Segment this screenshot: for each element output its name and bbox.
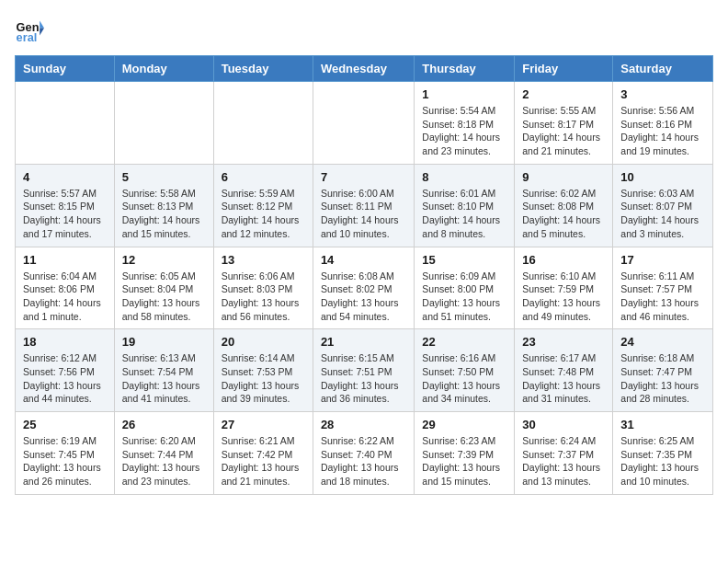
day-header-wednesday: Wednesday: [313, 56, 414, 82]
calendar-cell: [213, 82, 313, 165]
day-info: Sunrise: 5:54 AMSunset: 8:18 PMDaylight:…: [422, 104, 506, 158]
day-number: 25: [23, 418, 107, 431]
page-header: Gen eral: [15, 15, 713, 44]
day-number: 9: [522, 170, 605, 184]
calendar-cell: 15Sunrise: 6:09 AMSunset: 8:00 PMDayligh…: [415, 247, 515, 329]
calendar-cell: 11Sunrise: 6:04 AMSunset: 8:06 PMDayligh…: [16, 247, 115, 329]
calendar-cell: 14Sunrise: 6:08 AMSunset: 8:02 PMDayligh…: [313, 247, 414, 329]
day-number: 22: [422, 335, 506, 349]
calendar-cell: 20Sunrise: 6:14 AMSunset: 7:53 PMDayligh…: [213, 329, 313, 412]
day-number: 23: [522, 335, 605, 349]
day-info: Sunrise: 6:16 AMSunset: 7:50 PMDaylight:…: [422, 351, 506, 406]
day-info: Sunrise: 5:57 AMSunset: 8:15 PMDaylight:…: [23, 187, 107, 241]
day-info: Sunrise: 6:05 AMSunset: 8:04 PMDaylight:…: [122, 270, 206, 324]
calendar-cell: [16, 82, 115, 165]
day-number: 2: [522, 87, 605, 101]
day-number: 5: [122, 170, 206, 184]
day-info: Sunrise: 6:03 AMSunset: 8:07 PMDaylight:…: [620, 187, 705, 241]
day-info: Sunrise: 6:20 AMSunset: 7:44 PMDaylight:…: [122, 434, 206, 488]
day-info: Sunrise: 6:10 AMSunset: 7:59 PMDaylight:…: [522, 270, 605, 324]
calendar-cell: [114, 82, 213, 165]
day-info: Sunrise: 6:23 AMSunset: 7:39 PMDaylight:…: [422, 434, 506, 488]
day-number: 20: [222, 335, 305, 349]
day-number: 7: [321, 170, 406, 184]
day-number: 6: [222, 170, 305, 184]
svg-marker-3: [40, 28, 44, 35]
logo-icon: Gen eral: [15, 15, 44, 44]
day-number: 4: [23, 170, 107, 184]
day-info: Sunrise: 6:09 AMSunset: 8:00 PMDaylight:…: [422, 270, 506, 324]
calendar-cell: 30Sunrise: 6:24 AMSunset: 7:37 PMDayligh…: [515, 412, 613, 495]
calendar-cell: 26Sunrise: 6:20 AMSunset: 7:44 PMDayligh…: [114, 412, 213, 495]
day-number: 31: [620, 418, 705, 431]
day-header-saturday: Saturday: [613, 56, 713, 82]
day-info: Sunrise: 6:01 AMSunset: 8:10 PMDaylight:…: [422, 187, 506, 241]
day-info: Sunrise: 6:19 AMSunset: 7:45 PMDaylight:…: [23, 434, 107, 488]
calendar-cell: 28Sunrise: 6:22 AMSunset: 7:40 PMDayligh…: [313, 412, 414, 495]
day-number: 3: [620, 87, 705, 101]
calendar-cell: 19Sunrise: 6:13 AMSunset: 7:54 PMDayligh…: [114, 329, 213, 412]
day-header-thursday: Thursday: [415, 56, 515, 82]
day-number: 8: [422, 170, 506, 184]
calendar-cell: 2Sunrise: 5:55 AMSunset: 8:17 PMDaylight…: [515, 82, 613, 165]
day-header-friday: Friday: [515, 56, 613, 82]
calendar-cell: 21Sunrise: 6:15 AMSunset: 7:51 PMDayligh…: [313, 329, 414, 412]
day-info: Sunrise: 5:55 AMSunset: 8:17 PMDaylight:…: [522, 104, 605, 158]
calendar-cell: 18Sunrise: 6:12 AMSunset: 7:56 PMDayligh…: [16, 329, 115, 412]
day-number: 10: [620, 170, 705, 184]
day-number: 15: [422, 253, 506, 267]
day-info: Sunrise: 6:08 AMSunset: 8:02 PMDaylight:…: [321, 270, 406, 324]
calendar-cell: 22Sunrise: 6:16 AMSunset: 7:50 PMDayligh…: [415, 329, 515, 412]
day-number: 27: [222, 418, 305, 431]
calendar-cell: 27Sunrise: 6:21 AMSunset: 7:42 PMDayligh…: [213, 412, 313, 495]
day-number: 1: [422, 87, 506, 101]
calendar-cell: 3Sunrise: 5:56 AMSunset: 8:16 PMDaylight…: [613, 82, 713, 165]
calendar-cell: 31Sunrise: 6:25 AMSunset: 7:35 PMDayligh…: [613, 412, 713, 495]
calendar-cell: 8Sunrise: 6:01 AMSunset: 8:10 PMDaylight…: [415, 164, 515, 247]
day-info: Sunrise: 6:21 AMSunset: 7:42 PMDaylight:…: [222, 434, 305, 488]
day-number: 12: [122, 253, 206, 267]
calendar-cell: 4Sunrise: 5:57 AMSunset: 8:15 PMDaylight…: [16, 164, 115, 247]
day-number: 28: [321, 418, 406, 431]
calendar-cell: 16Sunrise: 6:10 AMSunset: 7:59 PMDayligh…: [515, 247, 613, 329]
calendar-cell: 17Sunrise: 6:11 AMSunset: 7:57 PMDayligh…: [613, 247, 713, 329]
day-info: Sunrise: 6:24 AMSunset: 7:37 PMDaylight:…: [522, 434, 605, 488]
day-number: 26: [122, 418, 206, 431]
svg-text:eral: eral: [17, 30, 38, 44]
day-info: Sunrise: 6:12 AMSunset: 7:56 PMDaylight:…: [23, 351, 107, 406]
day-info: Sunrise: 6:25 AMSunset: 7:35 PMDaylight:…: [620, 434, 705, 488]
day-number: 13: [222, 253, 305, 267]
day-number: 29: [422, 418, 506, 431]
day-header-tuesday: Tuesday: [213, 56, 313, 82]
day-info: Sunrise: 6:14 AMSunset: 7:53 PMDaylight:…: [222, 351, 305, 406]
day-info: Sunrise: 6:22 AMSunset: 7:40 PMDaylight:…: [321, 434, 406, 488]
day-info: Sunrise: 6:17 AMSunset: 7:48 PMDaylight:…: [522, 351, 605, 406]
calendar-cell: 25Sunrise: 6:19 AMSunset: 7:45 PMDayligh…: [16, 412, 115, 495]
day-header-monday: Monday: [114, 56, 213, 82]
calendar-cell: 29Sunrise: 6:23 AMSunset: 7:39 PMDayligh…: [415, 412, 515, 495]
day-info: Sunrise: 6:02 AMSunset: 8:08 PMDaylight:…: [522, 187, 605, 241]
calendar-cell: 23Sunrise: 6:17 AMSunset: 7:48 PMDayligh…: [515, 329, 613, 412]
calendar-cell: 5Sunrise: 5:58 AMSunset: 8:13 PMDaylight…: [114, 164, 213, 247]
day-header-sunday: Sunday: [16, 56, 115, 82]
day-number: 21: [321, 335, 406, 349]
calendar-cell: 10Sunrise: 6:03 AMSunset: 8:07 PMDayligh…: [613, 164, 713, 247]
calendar-cell: 1Sunrise: 5:54 AMSunset: 8:18 PMDaylight…: [415, 82, 515, 165]
calendar-cell: 7Sunrise: 6:00 AMSunset: 8:11 PMDaylight…: [313, 164, 414, 247]
day-info: Sunrise: 6:04 AMSunset: 8:06 PMDaylight:…: [23, 270, 107, 324]
day-number: 24: [620, 335, 705, 349]
calendar-cell: 6Sunrise: 5:59 AMSunset: 8:12 PMDaylight…: [213, 164, 313, 247]
calendar-table: SundayMondayTuesdayWednesdayThursdayFrid…: [15, 55, 713, 495]
day-info: Sunrise: 6:11 AMSunset: 7:57 PMDaylight:…: [620, 270, 705, 324]
day-number: 30: [522, 418, 605, 431]
calendar-cell: 13Sunrise: 6:06 AMSunset: 8:03 PMDayligh…: [213, 247, 313, 329]
day-info: Sunrise: 6:00 AMSunset: 8:11 PMDaylight:…: [321, 187, 406, 241]
calendar-cell: 9Sunrise: 6:02 AMSunset: 8:08 PMDaylight…: [515, 164, 613, 247]
svg-marker-2: [40, 20, 44, 28]
day-info: Sunrise: 5:58 AMSunset: 8:13 PMDaylight:…: [122, 187, 206, 241]
day-info: Sunrise: 6:18 AMSunset: 7:47 PMDaylight:…: [620, 351, 705, 406]
day-number: 19: [122, 335, 206, 349]
day-info: Sunrise: 6:06 AMSunset: 8:03 PMDaylight:…: [222, 270, 305, 324]
day-info: Sunrise: 6:13 AMSunset: 7:54 PMDaylight:…: [122, 351, 206, 406]
day-number: 16: [522, 253, 605, 267]
